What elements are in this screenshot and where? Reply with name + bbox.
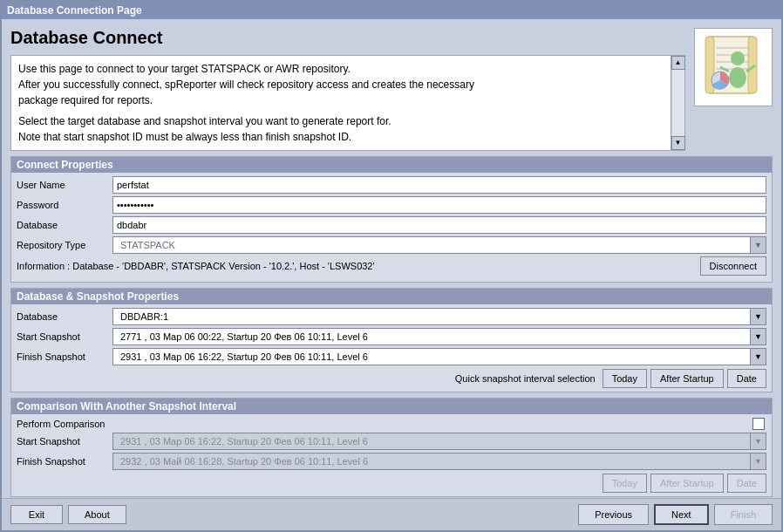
- comparison-label: Comparison With Another Snapshot Interva…: [17, 400, 236, 413]
- comp-finish-snap-label: Finish Snapshot: [17, 456, 112, 467]
- date-button[interactable]: Date: [727, 369, 766, 388]
- password-input[interactable]: [112, 196, 766, 214]
- comp-finish-snap-row: Finish Snapshot 2932 , 03 Май 06 16:28, …: [17, 453, 766, 470]
- quick-snapshot-label: Quick snapshot interval selection: [455, 373, 596, 384]
- snap-database-select[interactable]: DBDABR:1 ▼: [112, 308, 766, 325]
- snapshot-properties-header: Database & Snapshot Properties: [11, 289, 772, 304]
- info-text: Use this page to connect to your target …: [18, 61, 677, 145]
- repo-type-row: Repository Type STATSPACK ▼: [17, 236, 766, 254]
- username-label: User Name: [17, 180, 112, 190]
- database-label: Database: [17, 220, 112, 230]
- finish-snap-arrow[interactable]: ▼: [750, 349, 766, 365]
- comp-start-snap-label: Start Snapshot: [17, 436, 112, 447]
- comp-start-snap-row: Start Snapshot 2931 , 03 Map 06 16:22, S…: [17, 433, 766, 450]
- quick-snapshot-row: Quick snapshot interval selection Today …: [17, 369, 766, 388]
- exit-button[interactable]: Exit: [10, 505, 63, 524]
- comp-quick-row: Today After Startup Date: [17, 474, 766, 493]
- database-input[interactable]: [112, 216, 766, 234]
- next-button[interactable]: Next: [654, 504, 709, 525]
- snapshot-properties-label: Database & Snapshot Properties: [17, 290, 179, 303]
- connect-properties-label: Connect Properties: [17, 159, 113, 171]
- comp-start-snap-select[interactable]: 2931 , 03 Map 06 16:22, Startup 20 Фев 0…: [112, 433, 766, 450]
- start-snap-label: Start Snapshot: [17, 331, 112, 342]
- comp-start-snap-arrow[interactable]: ▼: [750, 433, 766, 449]
- finish-snap-select[interactable]: 2931 , 03 Map 06 16:22, Startup 20 Фев 0…: [112, 348, 766, 365]
- about-button[interactable]: About: [68, 505, 126, 524]
- snap-database-value: DBDABR:1: [117, 311, 762, 322]
- comp-start-snap-value: 2931 , 03 Map 06 16:22, Startup 20 Фев 0…: [117, 436, 762, 447]
- perform-comparison-label: Perform Comparison: [17, 419, 752, 429]
- repo-type-arrow[interactable]: ▼: [750, 237, 766, 253]
- svg-point-7: [731, 51, 745, 65]
- main-content: Database Connect Use this page to connec…: [2, 19, 781, 498]
- connection-info-text: Information : Database - 'DBDABR', STATS…: [17, 261, 693, 271]
- scroll-down-btn[interactable]: ▼: [671, 136, 685, 150]
- password-row: Password: [17, 196, 766, 214]
- start-snap-arrow[interactable]: ▼: [750, 329, 766, 344]
- database-row: Database: [17, 216, 766, 234]
- main-window: Database Connection Page Database Connec…: [0, 0, 783, 532]
- start-snap-value: 2771 , 03 Map 06 00:22, Startup 20 Фев 0…: [117, 331, 762, 342]
- scrollbar: ▲ ▼: [671, 56, 684, 150]
- title-bar: Database Connection Page: [2, 2, 781, 19]
- comparison-header: Comparison With Another Snapshot Interva…: [11, 399, 772, 414]
- comp-finish-snap-arrow[interactable]: ▼: [750, 454, 766, 469]
- comp-finish-snap-select[interactable]: 2932 , 03 Май 06 16:28, Startup 20 Фев 0…: [112, 453, 766, 470]
- svg-rect-2: [748, 37, 757, 93]
- start-snap-row: Start Snapshot 2771 , 03 Map 06 00:22, S…: [17, 328, 766, 345]
- finish-snap-label: Finish Snapshot: [17, 351, 112, 362]
- page-title: Database Connect: [10, 28, 685, 48]
- header-image: [694, 28, 773, 106]
- previous-button[interactable]: Previous: [578, 504, 649, 525]
- connect-properties-section: Connect Properties User Name Password Da…: [10, 156, 773, 283]
- repo-type-label: Repository Type: [17, 240, 112, 250]
- page-header: Database Connect Use this page to connec…: [10, 28, 773, 151]
- info-line-1: Use this page to connect to your target …: [18, 61, 662, 77]
- comp-finish-snap-value: 2932 , 03 Май 06 16:28, Startup 20 Фев 0…: [117, 456, 762, 467]
- header-illustration: [698, 32, 768, 102]
- start-snap-select[interactable]: 2771 , 03 Map 06 00:22, Startup 20 Фев 0…: [112, 328, 766, 345]
- connect-properties-header: Connect Properties: [11, 157, 772, 173]
- repo-type-select[interactable]: STATSPACK ▼: [112, 236, 766, 254]
- svg-point-8: [729, 67, 746, 88]
- connection-info-row: Information : Database - 'DBDABR', STATS…: [17, 256, 766, 276]
- comp-after-startup-button[interactable]: After Startup: [650, 474, 724, 493]
- scroll-track: [672, 70, 684, 136]
- comp-date-button[interactable]: Date: [727, 474, 766, 493]
- username-input[interactable]: [112, 176, 766, 194]
- perform-comparison-row: Perform Comparison: [17, 418, 766, 430]
- repo-type-value: STATSPACK: [117, 240, 762, 250]
- bottom-left: Exit About: [10, 505, 126, 524]
- scroll-up-btn[interactable]: ▲: [671, 56, 685, 70]
- window-title: Database Connection Page: [7, 4, 142, 17]
- bottom-right: Previous Next Finish: [578, 504, 773, 525]
- snap-database-arrow[interactable]: ▼: [750, 309, 766, 324]
- snapshot-properties-section: Database & Snapshot Properties Database …: [10, 288, 773, 392]
- finish-snap-value: 2931 , 03 Map 06 16:22, Startup 20 Фев 0…: [117, 351, 762, 362]
- info-box: Use this page to connect to your target …: [10, 55, 685, 151]
- disconnect-button[interactable]: Disconnect: [700, 256, 766, 276]
- comparison-section: Comparison With Another Snapshot Interva…: [10, 398, 773, 497]
- comp-today-button[interactable]: Today: [603, 474, 647, 493]
- connect-properties-body: User Name Password Database Repository T…: [11, 173, 772, 282]
- info-line-3: package required for reports.: [18, 92, 662, 108]
- header-left: Database Connect Use this page to connec…: [10, 28, 685, 151]
- info-line-4: Select the target database and snapshot …: [18, 113, 662, 129]
- info-line-2: After you successfully connect, spReport…: [18, 77, 662, 92]
- after-startup-button[interactable]: After Startup: [650, 369, 724, 388]
- username-row: User Name: [17, 176, 766, 194]
- finish-button[interactable]: Finish: [714, 504, 773, 525]
- snap-database-label: Database: [17, 311, 112, 322]
- snapshot-properties-body: Database DBDABR:1 ▼ Start Snapshot 2771 …: [11, 304, 772, 392]
- info-line-5: Note that start snapshot ID must be alwa…: [18, 129, 662, 145]
- perform-comparison-checkbox[interactable]: [752, 418, 765, 430]
- comparison-body: Perform Comparison Start Snapshot 2931 ,…: [11, 414, 772, 496]
- finish-snap-row: Finish Snapshot 2931 , 03 Map 06 16:22, …: [17, 348, 766, 365]
- today-button[interactable]: Today: [603, 369, 647, 388]
- snap-database-row: Database DBDABR:1 ▼: [17, 308, 766, 325]
- password-label: Password: [17, 200, 112, 210]
- bottom-bar: Exit About Previous Next Finish: [2, 498, 781, 530]
